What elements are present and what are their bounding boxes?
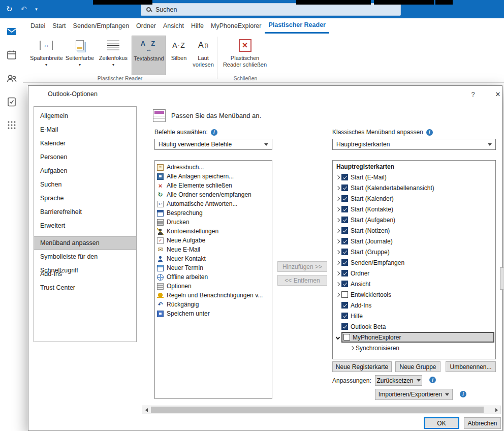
collapse-chevron-icon[interactable] [336,335,340,339]
close-icon[interactable]: ✕ [492,89,504,100]
tab-row[interactable]: Start (Kalender) [333,193,495,204]
tab-row[interactable]: Start (Aufgaben) [333,214,495,225]
command-item[interactable]: Neue Aufgabe [155,236,272,245]
send-receive-icon[interactable]: ↻ [6,4,13,14]
expand-chevron-icon[interactable] [336,282,340,286]
search-input[interactable]: Suchen [141,3,401,16]
nav-sprache[interactable]: Sprache [34,192,136,205]
checkbox-checked[interactable] [341,281,348,287]
rename-button[interactable]: Umbenennen... [446,361,496,372]
command-item[interactable]: Alle Ordner senden/empfangen [155,190,272,199]
command-item[interactable]: Neuer Termin [155,263,272,272]
tab-row[interactable]: Outlook Beta [333,321,495,332]
tab-row[interactable]: Entwicklertools [333,289,495,300]
nav-allgemein[interactable]: Allgemein [34,109,136,123]
tab-myphoneexplorer[interactable]: MyPhoneExplorer [207,18,265,34]
command-item[interactable]: Rückgängig [155,300,272,309]
ribbon-dropdown[interactable]: Hauptregisterkarten [332,139,496,150]
nav-barrierefreiheit[interactable]: Barrierefreiheit [34,205,136,219]
expand-chevron-icon[interactable] [336,218,340,222]
nav-symbolleiste[interactable]: Symbolleiste für den Schnellzugriff [34,250,136,264]
cancel-button[interactable]: Abbrechen [464,417,501,429]
command-item[interactable]: Alle Elemente schließen [155,181,272,190]
tab-child-row[interactable]: Synchronisieren [333,343,495,353]
command-item[interactable]: Drucken [155,218,272,227]
textabstand-button[interactable]: Textabstand [132,36,166,75]
tab-row[interactable]: Start (Journale) [333,236,495,247]
new-tab-button[interactable]: Neue Registerkarte [332,361,392,372]
command-item[interactable]: Alle Anlagen speichern... [155,172,272,181]
checkbox-checked[interactable] [341,195,348,202]
spaltenbreite-button[interactable]: Spaltenbreite [30,36,62,75]
tab-ordner[interactable]: Ordner [133,18,160,34]
expand-chevron-icon[interactable] [336,250,340,254]
tab-ansicht[interactable]: Ansicht [160,18,187,34]
qat-customize-chevron-icon[interactable]: ▾ [35,4,38,14]
expand-chevron-icon[interactable] [336,228,340,232]
commands-listbox[interactable]: Adressbuch... Alle Anlagen speichern... … [154,160,272,399]
expand-chevron-icon[interactable] [336,175,340,179]
nav-aufgaben[interactable]: Aufgaben [34,164,136,178]
commands-dropdown[interactable]: Häufig verwendete Befehle [154,139,272,150]
reader-schliessen-button[interactable]: Plastischen Reader schließen [221,36,269,75]
tab-row[interactable]: Start (Kalendertabellenansicht) [333,182,495,193]
tab-hilfe[interactable]: Hilfe [187,18,207,34]
command-item[interactable]: Besprechung [155,208,272,218]
nav-add-ins[interactable]: Add-Ins [34,267,136,281]
expand-chevron-icon[interactable] [350,346,354,350]
tab-row[interactable]: Hilfe [333,311,495,321]
import-export-button[interactable]: Importieren/Exportieren [375,389,453,400]
command-item[interactable]: Kontoeinstellungen [155,227,272,236]
scroll-right-button[interactable] [492,406,500,414]
checkbox-checked[interactable] [341,270,348,276]
tab-row[interactable]: Start (Kontakte) [333,204,495,214]
command-item[interactable]: Adressbuch... [155,163,272,172]
mail-icon[interactable] [6,25,18,38]
silben-button[interactable]: Silben [168,36,190,75]
command-item[interactable]: Speichern unter [155,309,272,318]
tab-row[interactable]: Start (E-Mail) [333,172,495,182]
scrollbar-thumb[interactable] [151,407,484,413]
checkbox-checked[interactable] [341,249,348,255]
expand-chevron-icon[interactable] [336,186,340,190]
expand-chevron-icon[interactable] [336,239,340,243]
seitenfarbe-button[interactable]: Seitenfarbe [64,36,96,75]
checkbox-checked[interactable] [341,184,348,191]
nav-erweitert[interactable]: Erweitert [34,219,136,233]
command-item[interactable]: Neue E-Mail [155,245,272,254]
horizontal-scrollbar[interactable] [142,406,501,414]
undo-icon[interactable]: ↶ [21,4,27,14]
expand-chevron-icon[interactable] [336,260,340,264]
checkbox-checked[interactable] [341,323,348,330]
checkbox-checked[interactable] [341,206,348,212]
expand-chevron-icon[interactable] [336,207,340,211]
expand-chevron-icon[interactable] [336,271,340,275]
zeilenfokus-button[interactable]: Zeilenfokus [97,36,130,75]
scroll-left-button[interactable] [142,406,150,414]
expand-chevron-icon[interactable] [336,292,340,296]
move-buttons-clipped[interactable] [500,267,503,290]
checkbox-checked[interactable] [341,302,348,309]
tab-senden-empfangen[interactable]: Senden/Empfangen [70,18,133,34]
expand-chevron-icon[interactable] [336,196,340,200]
tab-row[interactable]: Start (Gruppe) [333,247,495,257]
new-group-button[interactable]: Neue Gruppe [395,361,440,372]
help-icon[interactable]: ? [467,89,479,100]
nav-suchen[interactable]: Suchen [34,178,136,192]
checkbox-checked[interactable] [341,238,348,244]
tab-datei[interactable]: Datei [27,18,49,34]
tab-row[interactable]: Ordner [333,268,495,279]
command-item[interactable]: Regeln und Benachrichtigungen v... [155,291,272,300]
command-item[interactable]: Automatische Antworten... [155,199,272,208]
tasks-icon[interactable] [6,96,18,108]
tab-plastischer-reader[interactable]: Plastischer Reader [265,18,329,34]
command-item[interactable]: Optionen [155,282,272,291]
checkbox-checked[interactable] [341,259,348,266]
tab-row[interactable]: Senden/Empfangen [333,257,495,268]
checkbox-checked[interactable] [341,174,348,180]
laut-vorlesen-button[interactable]: Laut vorlesen [191,36,216,75]
checkbox-checked[interactable] [341,217,348,223]
calendar-icon[interactable] [6,49,18,61]
tab-start[interactable]: Start [49,18,69,34]
command-item[interactable]: Offline arbeiten [155,272,272,282]
